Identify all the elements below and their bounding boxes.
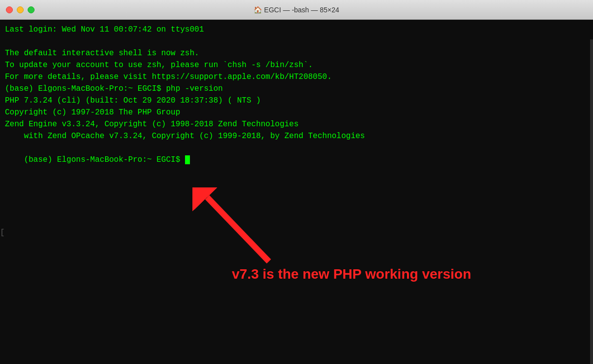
terminal-line-1: Last login: Wed Nov 11 00:07:42 on ttys0… [5, 24, 588, 36]
terminal-line-5: For more details, please visit https://s… [5, 71, 588, 83]
terminal-line-10: with Zend OPcache v7.3.24, Copyright (c)… [5, 130, 588, 142]
arrow-icon [192, 187, 291, 276]
maximize-button[interactable] [28, 6, 35, 13]
scrollbar[interactable] [590, 39, 593, 364]
terminal-line-3: The default interactive shell is now zsh… [5, 47, 588, 59]
annotation-text: v7.3 is the new PHP working version [232, 264, 471, 285]
title-bar: 🏠 EGCI — -bash — 85×24 [0, 0, 593, 20]
window-title: 🏠 EGCI — -bash — 85×24 [254, 6, 339, 14]
svg-line-1 [207, 197, 269, 261]
traffic-lights [6, 6, 35, 13]
terminal-line-6: (base) Elgons-MacBook-Pro:~ EGCI$ php -v… [5, 83, 588, 95]
terminal-line-4: To update your account to use zsh, pleas… [5, 59, 588, 71]
close-button[interactable] [6, 6, 13, 13]
terminal-line-9: Zend Engine v3.3.24, Copyright (c) 1998-… [5, 118, 588, 130]
terminal-line-2 [5, 36, 588, 47]
left-bracket: [ [0, 227, 5, 239]
cursor [185, 155, 190, 164]
terminal-line-7: PHP 7.3.24 (cli) (built: Oct 29 2020 18:… [5, 95, 588, 107]
terminal-line-8: Copyright (c) 1997-2018 The PHP Group [5, 107, 588, 118]
terminal-body[interactable]: Last login: Wed Nov 11 00:07:42 on ttys0… [0, 20, 593, 364]
terminal-line-11: (base) Elgons-MacBook-Pro:~ EGCI$ [5, 142, 588, 178]
minimize-button[interactable] [17, 6, 24, 13]
